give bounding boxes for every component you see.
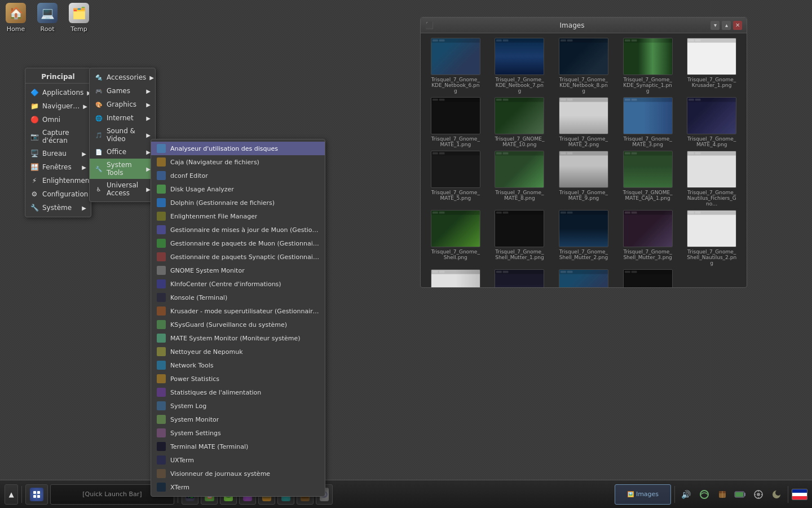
home-icon[interactable]: 🏠 Home: [6, 3, 26, 33]
system-submenu-item[interactable]: GNOME System Monitor: [151, 264, 325, 277]
svg-rect-91: [567, 271, 573, 273]
temp-icon[interactable]: 🗂️ Temp: [69, 3, 89, 33]
system-submenu-item[interactable]: Visionneur de journaux système: [151, 467, 325, 480]
submenu-app-office[interactable]: 📄 Office ▶: [90, 145, 155, 159]
root-icon[interactable]: 💻 Root: [37, 3, 58, 33]
image-item[interactable]: Trisquel_7_Gnome_Shell_Mutter_2.png: [553, 210, 614, 266]
minimize-button[interactable]: ▾: [710, 21, 720, 30]
menu-item-capture[interactable]: 📷 Capture d'écran: [25, 126, 91, 147]
image-item[interactable]: Trisquel_7_Gnome_MATE_3.png: [617, 97, 678, 147]
image-item[interactable]: [617, 269, 678, 287]
battery-tray-icon[interactable]: [732, 487, 748, 502]
system-submenu-item[interactable]: Konsole (Terminal): [151, 291, 325, 304]
system-submenu-item[interactable]: KSysGuard (Surveillance du système): [151, 318, 325, 331]
system-submenu-item[interactable]: dconf Editor: [151, 169, 325, 182]
svg-rect-24: [495, 98, 544, 134]
system-submenu-item[interactable]: Power Statistics: [151, 372, 325, 386]
svg-rect-36: [687, 98, 736, 134]
window-content[interactable]: Trisquel_7_Gnome_KDE_Netbook_6.png Trisq…: [421, 33, 747, 287]
image-item[interactable]: Trisquel_7_Gnome_Shell_Nautilus_2.png: [681, 210, 742, 266]
image-thumbnail: [623, 210, 673, 247]
image-label: Trisquel_7_GNOME_MATE_10.png: [494, 136, 545, 147]
system-submenu-item[interactable]: Analyseur d'utilisation des disques: [151, 142, 325, 155]
menu-item-omni[interactable]: 🔴 Omni: [25, 113, 91, 126]
svg-rect-99: [37, 495, 40, 498]
system-submenu-item[interactable]: XTerm: [151, 480, 325, 494]
taskbar-apps-button[interactable]: [25, 484, 48, 505]
system-submenu-item[interactable]: Enlightenment File Manager: [151, 209, 325, 223]
system-submenu-item[interactable]: Disk Usage Analyzer: [151, 182, 325, 196]
system-submenu-item[interactable]: Network Tools: [151, 358, 325, 372]
omni-icon: 🔴: [30, 115, 39, 124]
image-item[interactable]: [489, 269, 550, 287]
menu-item-naviguer[interactable]: 📁 Naviguer… ▶: [25, 99, 91, 113]
system-submenu-item[interactable]: Statistiques de l'alimentation: [151, 386, 325, 399]
system-submenu-item[interactable]: Gestionnaire de paquets Synaptic (Gestio…: [151, 250, 325, 264]
image-item[interactable]: Trisquel_7_Gnome_KDE_Netbook_7.png: [489, 38, 550, 94]
image-item[interactable]: Trisquel_7_Gnome_MATE_9.png: [553, 151, 614, 207]
submenu-item-icon: [157, 279, 166, 288]
menu-item-configuration[interactable]: ⚙️ Configuration ▶: [25, 187, 91, 201]
system-submenu-item[interactable]: System Log: [151, 399, 325, 413]
image-item[interactable]: Trisquel_7_Gnome_Krusader_1.png: [681, 38, 742, 94]
image-item[interactable]: Trisquel_7_Gnome_MATE_8.png: [489, 151, 550, 207]
image-item[interactable]: Trisquel_7_Gnome_KDE_Netbook_6.png: [425, 38, 486, 94]
image-item[interactable]: Trisquel_7_Gnome_KDE_Synaptic_1.png: [617, 38, 678, 94]
system-submenu-item[interactable]: KInfoCenter (Centre d'informations): [151, 277, 325, 291]
image-item[interactable]: [425, 269, 486, 287]
image-item[interactable]: Trisquel_7_Gnome_KDE_Netbook_8.png: [553, 38, 614, 94]
taskbar-up-button[interactable]: ▲: [5, 484, 18, 505]
submenu-app-internet[interactable]: 🌐 Internet ▶: [90, 111, 155, 125]
submenu-item-label: KSysGuard (Surveillance du système): [170, 321, 287, 329]
submenu-app-graphics[interactable]: 🎨 Graphics ▶: [90, 98, 155, 111]
submenu-app-accessories[interactable]: 🔩 Accessories ▶: [90, 71, 155, 84]
image-item[interactable]: Trisquel_7_Gnome_Nautilus_Fichiers_Gno…: [681, 151, 742, 207]
system-submenu-item[interactable]: Nettoyeur de Nepomuk: [151, 345, 325, 358]
system-submenu-item[interactable]: Gestionnaire de paquets de Muon (Gestion…: [151, 237, 325, 250]
image-item[interactable]: [553, 269, 614, 287]
image-thumbnail: [687, 97, 736, 134]
images-taskbar-button[interactable]: 🖼️ Images: [615, 484, 671, 505]
submenu-app-system-tools[interactable]: 🔧 System Tools ▶: [90, 159, 155, 179]
network-tray-icon[interactable]: [696, 487, 712, 502]
system-submenu-item[interactable]: Dolphin (Gestionnaire de fichiers): [151, 196, 325, 209]
menu-item-systeme[interactable]: 🔧 Système ▶: [25, 201, 91, 214]
image-item[interactable]: Trisquel_7_Gnome_Shell_Mutter_1.png: [489, 210, 550, 266]
image-item[interactable]: Trisquel_7_GNOME_MATE_CAJA_1.png: [617, 151, 678, 207]
menu-item-applications[interactable]: 🔷 Applications ▶: [25, 86, 91, 99]
volume-icon[interactable]: 🔊: [678, 487, 694, 502]
svg-rect-76: [687, 211, 736, 247]
image-item[interactable]: Trisquel_7_Gnome_Shell_Mutter_3.png: [617, 210, 678, 266]
image-item[interactable]: Trisquel_7_Gnome_MATE_4.png: [681, 97, 742, 147]
menu-item-bureau[interactable]: 🖥️ Bureau ▶: [25, 147, 91, 160]
image-label: Trisquel_7_Gnome_Shell_Mutter_3.png: [623, 249, 673, 260]
system-submenu-item[interactable]: System Monitor: [151, 413, 325, 426]
system-submenu-item[interactable]: MATE System Monitor (Moniteur système): [151, 331, 325, 345]
image-item[interactable]: Trisquel_7_GNOME_MATE_10.png: [489, 97, 550, 147]
system-submenu-item[interactable]: UXTerm: [151, 453, 325, 467]
system-submenu-item[interactable]: Terminal MATE (Terminal): [151, 440, 325, 453]
system-submenu-item[interactable]: Gestionnaire de mises à jour de Muon (Ge…: [151, 223, 325, 237]
system-submenu-item[interactable]: System Settings: [151, 426, 325, 440]
moon-tray-icon[interactable]: [769, 487, 784, 502]
image-item[interactable]: Trisquel_7_Gnome_MATE_1.png: [425, 97, 486, 147]
image-thumbnail: [495, 38, 544, 75]
images-label: Images: [636, 491, 659, 498]
submenu-app-sound-video[interactable]: 🎵 Sound & Video ▶: [90, 125, 155, 145]
menu-item-enlightenment[interactable]: ⚡ Enlightenment ▶: [25, 174, 91, 187]
display-tray-icon[interactable]: [751, 487, 766, 502]
maximize-button[interactable]: ▴: [722, 21, 731, 30]
image-item[interactable]: Trisquel_7_Gnome_Shell.png: [425, 210, 486, 266]
system-submenu-item[interactable]: Krusader - mode superutilisateur (Gestio…: [151, 304, 325, 318]
image-item[interactable]: Trisquel_7_Gnome_MATE_5.png: [425, 151, 486, 207]
submenu-app-games[interactable]: 🎮 Games ▶: [90, 84, 155, 98]
system-submenu-item[interactable]: Caja (Navigateur de fichiers): [151, 155, 325, 169]
svg-rect-48: [559, 151, 608, 188]
image-item[interactable]: Trisquel_7_Gnome_MATE_2.png: [553, 97, 614, 147]
menu-item-fenetres[interactable]: 🪟 Fenêtres ▶: [25, 160, 91, 174]
image-label: Trisquel_7_Gnome_KDE_Netbook_7.png: [494, 77, 545, 94]
close-button[interactable]: ✕: [733, 21, 742, 30]
package-tray-icon[interactable]: [714, 487, 730, 502]
language-flag[interactable]: [792, 489, 807, 500]
submenu-app-universal[interactable]: ♿ Universal Access ▶: [90, 179, 155, 199]
